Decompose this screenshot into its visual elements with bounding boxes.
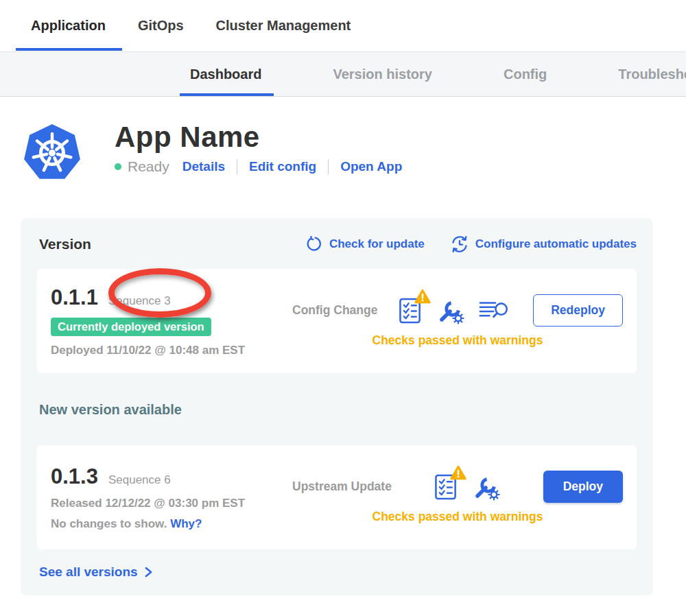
app-status-row: Ready Details Edit config Open App bbox=[115, 158, 402, 175]
deployed-timestamp: Deployed 11/10/22 @ 10:48 am EST bbox=[51, 344, 292, 357]
current-version-info: 0.1.1 Sequence 3 Currently deployed vers… bbox=[51, 285, 292, 357]
currently-deployed-badge: Currently deployed version bbox=[51, 318, 211, 336]
divider bbox=[328, 159, 329, 174]
wrench-gear-icon[interactable] bbox=[436, 296, 465, 325]
current-version-sequence: Sequence 3 bbox=[108, 294, 171, 308]
current-version-icon-row bbox=[399, 296, 512, 325]
available-version-row: 0.1.3 Sequence 6 Released 12/12/22 @ 03:… bbox=[37, 445, 637, 549]
open-app-link[interactable]: Open App bbox=[340, 159, 402, 174]
current-version-actions: Config Change bbox=[292, 294, 623, 348]
current-version-source: Config Change bbox=[292, 303, 377, 318]
available-version-actions: Upstream Update bbox=[292, 471, 623, 524]
available-checks-status: Checks passed with warnings bbox=[292, 510, 623, 524]
app-header: App Name Ready Details Edit config Open … bbox=[21, 121, 402, 185]
see-all-versions-link[interactable]: See all versions bbox=[39, 565, 153, 580]
app-tab-bar: Dashboard Version history Config Trouble… bbox=[0, 51, 686, 97]
available-version-icon-row bbox=[434, 473, 501, 501]
check-for-update-link[interactable]: Check for update bbox=[305, 236, 425, 253]
refresh-icon bbox=[305, 236, 322, 253]
app-name-title: App Name bbox=[115, 121, 402, 152]
view-diff-icon[interactable] bbox=[479, 298, 512, 322]
details-link[interactable]: Details bbox=[182, 159, 225, 174]
version-card: Version Check for update bbox=[21, 218, 653, 595]
warning-triangle-icon bbox=[414, 289, 431, 304]
nav-cluster-management[interactable]: Cluster Management bbox=[216, 0, 351, 51]
status-dot-icon bbox=[115, 163, 121, 170]
available-version-number: 0.1.3 bbox=[51, 464, 98, 489]
available-version-info: 0.1.3 Sequence 6 Released 12/12/22 @ 03:… bbox=[51, 464, 292, 531]
preflight-checklist-icon[interactable] bbox=[434, 473, 458, 501]
check-for-update-label: Check for update bbox=[329, 237, 425, 251]
nav-application[interactable]: Application bbox=[31, 0, 106, 51]
divider bbox=[237, 159, 237, 174]
available-version-sequence: Sequence 6 bbox=[108, 473, 171, 487]
chevron-right-icon bbox=[144, 565, 153, 579]
why-link[interactable]: Why? bbox=[170, 517, 202, 530]
top-nav: Application GitOps Cluster Management bbox=[0, 0, 686, 51]
current-checks-status: Checks passed with warnings bbox=[292, 333, 623, 348]
current-version-row: 0.1.1 Sequence 3 Currently deployed vers… bbox=[37, 269, 637, 373]
tab-config[interactable]: Config bbox=[504, 52, 547, 96]
warning-triangle-icon bbox=[450, 465, 466, 480]
redeploy-button[interactable]: Redeploy bbox=[533, 294, 623, 327]
current-version-number: 0.1.1 bbox=[51, 285, 98, 310]
kubernetes-logo bbox=[21, 121, 84, 185]
version-card-header: Version Check for update bbox=[37, 236, 637, 252]
no-changes-label: No changes to show. bbox=[51, 517, 167, 530]
preflight-checklist-icon[interactable] bbox=[399, 296, 423, 324]
configure-automatic-updates-label: Configure automatic updates bbox=[475, 237, 637, 251]
edit-config-link[interactable]: Edit config bbox=[249, 159, 316, 174]
version-card-actions: Check for update Configure automatic upd… bbox=[305, 235, 637, 253]
deploy-button[interactable]: Deploy bbox=[543, 471, 623, 503]
tab-troubleshoot[interactable]: Troubleshoot bbox=[618, 52, 686, 96]
available-version-source: Upstream Update bbox=[292, 479, 392, 494]
nav-gitops[interactable]: GitOps bbox=[138, 0, 184, 51]
see-all-versions-label: See all versions bbox=[39, 565, 138, 580]
status-label: Ready bbox=[128, 158, 169, 175]
admin-console-page: Application GitOps Cluster Management Da… bbox=[0, 0, 686, 616]
no-changes-row: No changes to show. Why? bbox=[51, 517, 292, 531]
new-version-heading: New version available bbox=[39, 402, 637, 418]
version-title: Version bbox=[39, 236, 91, 252]
wrench-gear-icon[interactable] bbox=[472, 473, 501, 501]
tab-version-history[interactable]: Version history bbox=[333, 52, 432, 96]
app-header-text: App Name Ready Details Edit config Open … bbox=[115, 121, 402, 185]
released-timestamp: Released 12/12/22 @ 03:30 pm EST bbox=[51, 497, 292, 510]
schedule-icon bbox=[451, 235, 469, 253]
tab-dashboard[interactable]: Dashboard bbox=[190, 52, 261, 96]
configure-automatic-updates-link[interactable]: Configure automatic updates bbox=[451, 235, 637, 253]
